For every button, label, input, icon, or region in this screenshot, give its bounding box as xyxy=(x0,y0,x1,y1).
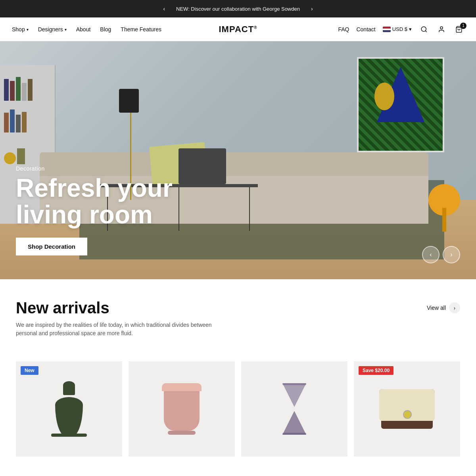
view-all-arrow-icon: › xyxy=(449,302,460,313)
designers-caret-icon: ▾ xyxy=(65,27,67,32)
product-image: Save $20.00 xyxy=(354,361,460,457)
products-grid: New xyxy=(0,353,476,472)
search-button[interactable] xyxy=(419,24,429,35)
section-header-left: New arrivals We are inspired by the real… xyxy=(16,299,214,338)
site-header: Shop ▾ Designers ▾ About Blog Theme Feat… xyxy=(0,17,476,41)
currency-selector[interactable]: USD $ ▾ xyxy=(383,26,412,32)
product-card[interactable] xyxy=(129,361,235,457)
shop-caret-icon: ▾ xyxy=(27,27,29,32)
announcement-bar: ‹ NEW: Discover our collaboration with G… xyxy=(0,0,476,17)
nav-about[interactable]: About xyxy=(76,26,91,33)
svg-line-1 xyxy=(425,31,426,32)
product-card[interactable]: New xyxy=(16,361,122,457)
section-header: New arrivals We are inspired by the real… xyxy=(16,299,460,338)
carousel-prev-button[interactable]: ‹ xyxy=(422,246,440,263)
site-logo[interactable]: IMPACT® xyxy=(219,24,257,35)
view-all-button[interactable]: View all › xyxy=(427,302,460,313)
announcement-next-button[interactable]: › xyxy=(308,4,316,13)
svg-point-0 xyxy=(421,27,426,31)
flag-icon xyxy=(383,27,391,32)
cart-button[interactable]: 1 xyxy=(454,24,464,35)
nav-left: Shop ▾ Designers ▾ About Blog Theme Feat… xyxy=(12,26,161,33)
nav-designers[interactable]: Designers ▾ xyxy=(38,26,67,33)
nav-right: FAQ Contact USD $ ▾ 1 xyxy=(338,24,464,35)
nav-theme-features[interactable]: Theme Features xyxy=(121,26,161,33)
section-title: New arrivals xyxy=(16,299,214,317)
svg-point-2 xyxy=(440,27,443,29)
announcement-text: NEW: Discover our collaboration with Geo… xyxy=(176,6,300,12)
product-image xyxy=(129,361,235,457)
nav-contact[interactable]: Contact xyxy=(356,26,375,33)
product-vase-illustration xyxy=(51,381,87,437)
currency-caret-icon: ▾ xyxy=(409,26,412,32)
new-arrivals-section: New arrivals We are inspired by the real… xyxy=(0,279,476,353)
product-pot-illustration xyxy=(162,383,202,435)
cart-count-badge: 1 xyxy=(460,23,466,29)
carousel-next-button[interactable]: › xyxy=(443,246,460,263)
product-badge: Save $20.00 xyxy=(359,366,393,375)
nav-faq[interactable]: FAQ xyxy=(338,26,349,33)
nav-shop[interactable]: Shop ▾ xyxy=(12,26,29,33)
hero-tag: Decoration xyxy=(16,165,460,172)
product-image xyxy=(241,361,347,457)
section-description: We are inspired by the realities of life… xyxy=(16,321,214,338)
announcement-prev-button[interactable]: ‹ xyxy=(160,4,168,13)
product-card[interactable]: Save $20.00 xyxy=(354,361,460,457)
hero-title: Refresh your living room xyxy=(16,175,214,228)
product-hourglass-illustration xyxy=(282,383,306,435)
hero-cta-button[interactable]: Shop Decoration xyxy=(16,238,87,255)
hero-section: Decoration Refresh your living room Shop… xyxy=(0,41,476,279)
carousel-controls: ‹ › xyxy=(422,246,460,263)
hero-overlay: Decoration Refresh your living room Shop… xyxy=(0,41,476,279)
nav-blog[interactable]: Blog xyxy=(100,26,111,33)
product-radio-illustration xyxy=(379,389,435,429)
account-button[interactable] xyxy=(436,24,447,35)
product-badge: New xyxy=(21,366,38,375)
product-image: New xyxy=(16,361,122,457)
product-card[interactable] xyxy=(241,361,347,457)
